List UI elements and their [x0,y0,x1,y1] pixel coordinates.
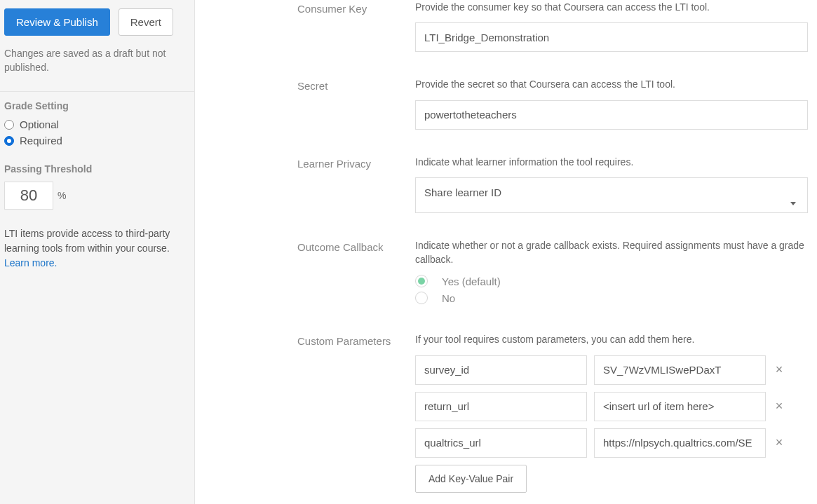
consumer-key-help: Provide the consumer key so that Courser… [415,0,808,14]
chevron-down-icon [790,202,796,205]
review-publish-button[interactable]: Review & Publish [4,8,110,36]
radio-icon [415,275,428,287]
close-icon[interactable]: × [773,399,785,414]
radio-icon [4,120,14,130]
outcome-yes[interactable]: Yes (default) [415,275,808,287]
grade-setting-group: Optional Required [4,118,190,147]
learn-more-link[interactable]: Learn more. [4,257,57,268]
consumer-key-input[interactable] [415,22,808,52]
consumer-key-label: Consumer Key [297,3,367,15]
main-form: Consumer Key Provide the consumer key so… [195,0,817,504]
lti-help-text: LTI items provide access to third-party … [4,226,190,271]
outcome-no[interactable]: No [415,292,808,304]
learner-privacy-help: Indicate what learner information the to… [415,155,808,169]
secret-label: Secret [297,80,328,92]
param-value-input[interactable] [594,355,766,385]
learner-privacy-selected: Share learner ID [424,186,501,198]
revert-button[interactable]: Revert [119,8,173,36]
radio-icon [4,136,14,146]
param-row: × [415,428,808,458]
grade-setting-heading: Grade Setting [4,100,190,111]
secret-input[interactable] [415,100,808,130]
outcome-callback-help: Indicate whether or not a grade callback… [415,238,808,267]
outcome-callback-label: Outcome Callback [297,241,384,253]
grade-option-required[interactable]: Required [4,135,190,147]
outcome-callback-group: Yes (default) No [415,275,808,304]
grade-option-optional[interactable]: Optional [4,118,190,130]
grade-option-label: Optional [20,118,59,130]
param-key-input[interactable] [415,428,587,458]
grade-option-label: Required [20,135,62,147]
passing-threshold-input[interactable] [4,182,53,210]
outcome-no-label: No [442,292,455,304]
learner-privacy-select[interactable]: Share learner ID [415,177,808,213]
param-value-input[interactable] [594,392,766,421]
custom-params-label: Custom Parameters [297,335,391,347]
outcome-yes-label: Yes (default) [442,275,501,287]
close-icon[interactable]: × [773,362,785,377]
sidebar: Review & Publish Revert Changes are save… [0,0,195,504]
percent-label: % [58,190,66,201]
close-icon[interactable]: × [773,435,785,450]
add-key-value-button[interactable]: Add Key-Value Pair [415,465,527,493]
param-key-input[interactable] [415,392,587,421]
param-key-input[interactable] [415,355,587,385]
secret-help: Provide the secret so that Coursera can … [415,77,808,91]
radio-icon [415,292,428,304]
custom-params-help: If your tool requires custom parameters,… [415,332,808,346]
param-row: × [415,392,808,421]
param-row: × [415,355,808,385]
draft-note: Changes are saved as a draft but not pub… [4,47,190,74]
learner-privacy-label: Learner Privacy [297,158,371,170]
passing-threshold-heading: Passing Threshold [4,163,190,175]
param-value-input[interactable] [594,428,766,458]
